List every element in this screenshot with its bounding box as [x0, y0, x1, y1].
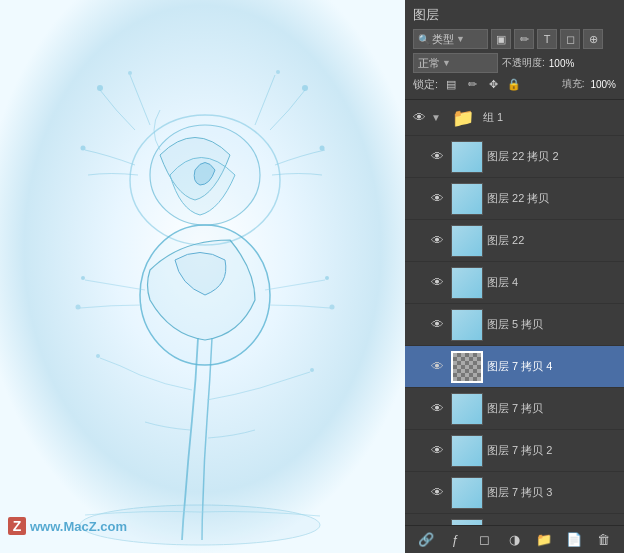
layer-name-7: 图层 7 拷贝 — [487, 401, 620, 416]
opacity-value[interactable]: 100% — [549, 58, 575, 69]
folder-icon: 📁 — [452, 107, 474, 129]
eye-icon: 👁 — [431, 275, 444, 290]
filter-pixel-btn[interactable]: ▣ — [491, 29, 511, 49]
layer-row[interactable]: 👁 图层 2 — [405, 514, 624, 525]
layer-row[interactable]: 👁 图层 22 — [405, 220, 624, 262]
lock-move-btn[interactable]: ✥ — [484, 76, 502, 92]
layer-thumb-10 — [451, 519, 483, 526]
lock-label: 锁定: — [413, 77, 438, 92]
new-adjustment-btn[interactable]: ◑ — [504, 530, 524, 550]
eye-icon: 👁 — [431, 233, 444, 248]
eye-icon: 👁 — [431, 359, 444, 374]
panel-header: 图层 🔍 类型 ▼ ▣ ✏ T ◻ ⊕ 正常 ▼ 不透明度: 100 — [405, 0, 624, 100]
filter-smart-btn[interactable]: ⊕ — [583, 29, 603, 49]
eye-icon: 👁 — [431, 401, 444, 416]
layer-row[interactable]: 👁 图层 22 拷贝 — [405, 178, 624, 220]
filter-type-select[interactable]: 🔍 类型 ▼ — [413, 29, 488, 49]
layer-visibility-8[interactable]: 👁 — [427, 443, 447, 458]
lock-checkerboard-btn[interactable]: ▤ — [442, 76, 460, 92]
layer-thumb-5 — [451, 309, 483, 341]
layer-visibility-6[interactable]: 👁 — [427, 359, 447, 374]
svg-point-15 — [310, 368, 314, 372]
svg-point-3 — [97, 85, 103, 91]
layer-row[interactable]: 👁 图层 22 拷贝 2 — [405, 136, 624, 178]
layer-visibility-4[interactable]: 👁 — [427, 275, 447, 290]
layer-visibility-7[interactable]: 👁 — [427, 401, 447, 416]
layer-row[interactable]: 👁 图层 7 拷贝 3 — [405, 472, 624, 514]
layer-expand-0[interactable]: ▼ — [429, 112, 443, 123]
svg-point-10 — [81, 276, 85, 280]
fill-label: 填充: — [562, 77, 585, 91]
filter-icons: ▣ ✏ T ◻ ⊕ — [491, 29, 603, 49]
svg-point-4 — [128, 71, 132, 75]
lock-row: 锁定: ▤ ✏ ✥ 🔒 填充: 100% — [413, 76, 616, 92]
layer-visibility-5[interactable]: 👁 — [427, 317, 447, 332]
eye-icon: 👁 — [431, 443, 444, 458]
layer-name-9: 图层 7 拷贝 3 — [487, 485, 620, 500]
watermark-z-icon: Z — [8, 517, 26, 535]
opacity-label: 不透明度: — [502, 56, 545, 70]
svg-point-7 — [81, 146, 86, 151]
layer-visibility-3[interactable]: 👁 — [427, 233, 447, 248]
layer-name-8: 图层 7 拷贝 2 — [487, 443, 620, 458]
fill-value[interactable]: 100% — [590, 79, 616, 90]
blend-chevron-icon: ▼ — [442, 58, 451, 68]
layers-panel: 图层 🔍 类型 ▼ ▣ ✏ T ◻ ⊕ 正常 ▼ 不透明度: 100 — [405, 0, 624, 553]
blend-mode-label: 正常 — [418, 56, 440, 71]
svg-point-11 — [325, 276, 329, 280]
layer-name-3: 图层 22 — [487, 233, 620, 248]
filter-text-btn[interactable]: T — [537, 29, 557, 49]
watermark-text: www.MacZ.com — [30, 519, 127, 534]
layer-name-0: 组 1 — [483, 110, 620, 125]
layer-visibility-9[interactable]: 👁 — [427, 485, 447, 500]
layer-name-1: 图层 22 拷贝 2 — [487, 149, 620, 164]
layer-name-4: 图层 4 — [487, 275, 620, 290]
filter-adjust-btn[interactable]: ✏ — [514, 29, 534, 49]
layer-thumb-1 — [451, 141, 483, 173]
layer-visibility-2[interactable]: 👁 — [427, 191, 447, 206]
new-group-btn[interactable]: 📁 — [534, 530, 554, 550]
layer-name-5: 图层 5 拷贝 — [487, 317, 620, 332]
svg-point-13 — [330, 305, 335, 310]
lock-brush-btn[interactable]: ✏ — [463, 76, 481, 92]
layer-visibility-1[interactable]: 👁 — [427, 149, 447, 164]
layer-thumb-2 — [451, 183, 483, 215]
filter-type-label: 类型 — [432, 32, 454, 47]
eye-icon: 👁 — [431, 149, 444, 164]
canvas-image — [0, 0, 405, 553]
delete-layer-btn[interactable]: 🗑 — [593, 530, 613, 550]
layer-name-2: 图层 22 拷贝 — [487, 191, 620, 206]
layer-row[interactable]: 👁 ▼ 📁 组 1 — [405, 100, 624, 136]
eye-icon: 👁 — [431, 191, 444, 206]
filter-row: 🔍 类型 ▼ ▣ ✏ T ◻ ⊕ — [413, 29, 616, 49]
layer-thumb-9 — [451, 477, 483, 509]
filter-shape-btn[interactable]: ◻ — [560, 29, 580, 49]
layer-thumb-6 — [451, 351, 483, 383]
layer-row[interactable]: 👁 图层 7 拷贝 2 — [405, 430, 624, 472]
link-layers-btn[interactable]: 🔗 — [416, 530, 436, 550]
layer-thumb-7 — [451, 393, 483, 425]
watermark: Z www.MacZ.com — [8, 517, 127, 535]
lock-icons: ▤ ✏ ✥ 🔒 — [442, 76, 523, 92]
layer-thumb-8 — [451, 435, 483, 467]
layers-list[interactable]: 👁 ▼ 📁 组 1 👁 图层 22 拷贝 2 👁 图层 22 拷贝 — [405, 100, 624, 525]
eye-icon: 👁 — [431, 317, 444, 332]
svg-point-6 — [276, 70, 280, 74]
layer-row[interactable]: 👁 图层 5 拷贝 — [405, 304, 624, 346]
add-style-btn[interactable]: ƒ — [445, 530, 465, 550]
canvas-area: Z www.MacZ.com — [0, 0, 405, 553]
layer-visibility-0[interactable]: 👁 — [409, 110, 429, 125]
eye-icon: 👁 — [431, 485, 444, 500]
blend-mode-select[interactable]: 正常 ▼ — [413, 53, 498, 73]
svg-point-12 — [76, 305, 81, 310]
svg-point-8 — [320, 146, 325, 151]
lock-all-btn[interactable]: 🔒 — [505, 76, 523, 92]
new-layer-btn[interactable]: 📄 — [564, 530, 584, 550]
layer-name-6: 图层 7 拷贝 4 — [487, 359, 620, 374]
panel-title: 图层 — [413, 6, 616, 24]
layer-row[interactable]: 👁 图层 7 拷贝 — [405, 388, 624, 430]
add-mask-btn[interactable]: ◻ — [475, 530, 495, 550]
layer-row[interactable]: 👁 图层 4 — [405, 262, 624, 304]
layer-row[interactable]: 👁 图层 7 拷贝 4 — [405, 346, 624, 388]
layers-bottom-toolbar: 🔗 ƒ ◻ ◑ 📁 📄 🗑 — [405, 525, 624, 553]
